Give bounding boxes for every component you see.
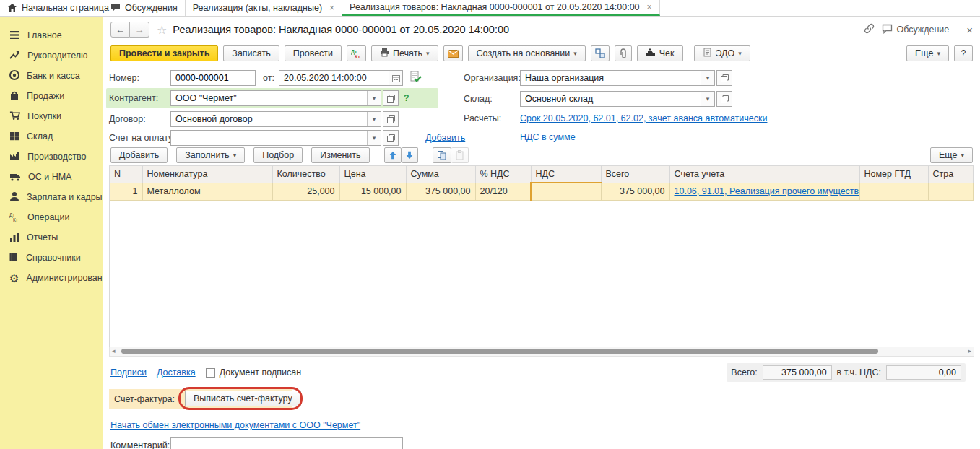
discussion-icon xyxy=(882,24,893,36)
chevron-down-icon[interactable]: ▾ xyxy=(367,112,381,126)
add-row-button[interactable]: Добавить xyxy=(110,147,168,163)
start-edi-link[interactable]: Начать обмен электронными документами с … xyxy=(110,420,360,430)
settlements-link[interactable]: Срок 20.05.2020, 62.01, 62.02, зачет ава… xyxy=(520,113,767,123)
contragent-open-button[interactable] xyxy=(383,90,399,106)
sidebar-item-label: Зарплата и кадры xyxy=(27,192,103,202)
issue-invoice-button[interactable]: Выписать счет-фактуру xyxy=(185,391,301,406)
tab-discussions[interactable]: Обсуждения xyxy=(103,0,186,16)
edo-button[interactable]: ЭДО ▾ xyxy=(694,45,750,61)
cell-vat-focused[interactable] xyxy=(531,183,601,200)
cell-n[interactable]: 1 xyxy=(110,183,142,200)
move-down-button[interactable] xyxy=(402,147,418,163)
cell-vat-rate[interactable]: 20/120 xyxy=(475,183,531,200)
fill-button[interactable]: Заполнить ▾ xyxy=(176,147,245,163)
sidebar-item-administration[interactable]: ⚙ Администрирование xyxy=(0,268,103,288)
cell-price[interactable]: 15 000,00 xyxy=(339,183,406,200)
tab-close-icon[interactable]: × xyxy=(647,2,652,12)
accounts-link[interactable]: 10.06, 91.01, Реализация прочего имущест… xyxy=(675,186,860,196)
cell-accounts[interactable]: 10.06, 91.01, Реализация прочего имущест… xyxy=(669,183,859,200)
sidebar-item-sales[interactable]: Продажи xyxy=(0,86,103,106)
contragent-hint[interactable]: ? xyxy=(404,93,409,103)
delivery-link[interactable]: Доставка xyxy=(157,367,196,378)
contract-field[interactable]: Основной договор ▾ xyxy=(170,111,381,127)
sidebar-item-warehouse[interactable]: Склад xyxy=(0,126,103,147)
chevron-down-icon[interactable]: ▾ xyxy=(701,92,714,106)
post-button[interactable]: Провести xyxy=(285,45,342,61)
add-link[interactable]: Добавить xyxy=(425,133,465,143)
tab-home[interactable]: Начальная страница xyxy=(0,0,103,16)
cell-gtd[interactable] xyxy=(859,183,928,200)
document-check-icon[interactable] xyxy=(409,71,422,85)
sidebar-item-directories[interactable]: Справочники xyxy=(0,248,103,268)
horizontal-scrollbar[interactable]: ◂ ▸ xyxy=(109,347,974,357)
comment-input[interactable] xyxy=(170,437,403,449)
warehouse-field[interactable]: Основной склад ▾ xyxy=(520,91,715,107)
sidebar-item-bank-cash[interactable]: Банк и касса xyxy=(0,66,103,86)
move-up-button[interactable] xyxy=(384,147,402,163)
vat-mode-link[interactable]: НДС в сумме xyxy=(520,132,576,142)
comment-label: Комментарий: xyxy=(110,440,170,449)
chevron-down-icon[interactable]: ▾ xyxy=(367,91,381,105)
payment-invoice-open-button[interactable] xyxy=(383,130,399,146)
cell-country[interactable] xyxy=(928,183,974,200)
cell-total[interactable]: 375 000,00 xyxy=(601,183,669,200)
forward-button[interactable]: → xyxy=(130,22,149,38)
checkbox-icon[interactable] xyxy=(206,368,215,378)
receipt-button[interactable]: Чек xyxy=(637,45,683,61)
related-documents-button[interactable] xyxy=(591,45,610,61)
save-button[interactable]: Записать xyxy=(223,45,279,61)
table-row[interactable]: 1 Металлолом 25,000 15 000,00 375 000,00… xyxy=(110,183,974,200)
tab-sales-document[interactable]: Реализация товаров: Накладная 0000-00000… xyxy=(342,0,659,16)
sidebar-item-production[interactable]: Производство xyxy=(0,147,103,167)
email-button[interactable] xyxy=(443,45,463,61)
copy-icon[interactable] xyxy=(433,147,451,163)
number-input[interactable] xyxy=(170,70,256,86)
scrollbar-thumb[interactable] xyxy=(121,349,878,354)
link-icon[interactable] xyxy=(864,23,875,36)
sidebar-item-reports[interactable]: Отчеты xyxy=(0,227,103,248)
tab-close-icon[interactable]: × xyxy=(329,3,334,13)
calendar-icon[interactable] xyxy=(389,71,402,85)
more-button[interactable]: Еще ▾ xyxy=(906,45,949,61)
close-icon[interactable]: × xyxy=(966,24,973,36)
cell-amount[interactable]: 375 000,00 xyxy=(406,183,475,200)
document-signed-checkbox[interactable]: Документ подписан xyxy=(206,367,302,378)
pick-button[interactable]: Подбор xyxy=(253,147,303,163)
tab-sales-list[interactable]: Реализация (акты, накладные) × xyxy=(186,0,342,16)
help-button[interactable]: ? xyxy=(954,45,973,61)
cell-nomenclature[interactable]: Металлолом xyxy=(142,183,272,200)
paste-icon[interactable] xyxy=(451,147,469,163)
payment-invoice-field[interactable]: ▾ xyxy=(170,130,381,146)
warehouse-open-button[interactable] xyxy=(716,91,732,107)
chevron-down-icon[interactable]: ▾ xyxy=(367,131,381,145)
contract-open-button[interactable] xyxy=(383,111,399,127)
signatures-link[interactable]: Подписи xyxy=(110,367,147,378)
sidebar-item-fixed-assets[interactable]: ОС и НМА xyxy=(0,167,103,187)
edit-button[interactable]: Изменить xyxy=(311,147,369,163)
organization-field[interactable]: Наша организация ▾ xyxy=(520,70,715,86)
cell-quantity[interactable]: 25,000 xyxy=(272,183,339,200)
sidebar-item-salary-hr[interactable]: Зарплата и кадры xyxy=(0,187,103,207)
scroll-left-icon[interactable]: ◂ xyxy=(112,347,116,355)
contragent-field[interactable]: ООО "Чермет" ▾ xyxy=(170,90,381,106)
create-based-on-button[interactable]: Создать на основании ▾ xyxy=(468,45,586,61)
date-field[interactable]: 20.05.2020 14:00:00 xyxy=(279,70,403,86)
sidebar-item-purchases[interactable]: Покупки xyxy=(0,106,103,126)
attachments-button[interactable] xyxy=(615,45,632,61)
sidebar-item-label: Администрирование xyxy=(26,273,112,283)
favorite-star-icon[interactable]: ☆ xyxy=(157,23,167,37)
post-and-close-button[interactable]: Провести и закрыть xyxy=(110,45,218,61)
dtkt-postings-button[interactable]: ДтКт xyxy=(347,45,366,61)
back-button[interactable]: ← xyxy=(110,22,130,38)
scroll-right-icon[interactable]: ▸ xyxy=(968,347,971,355)
sidebar-item-main[interactable]: Главное xyxy=(0,25,103,45)
items-more-button[interactable]: Еще ▾ xyxy=(930,147,973,163)
print-button[interactable]: Печать ▾ xyxy=(371,45,438,61)
more-label: Еще xyxy=(915,48,933,58)
organization-open-button[interactable] xyxy=(716,70,732,86)
contragent-label: Контрагент: xyxy=(109,93,158,103)
discussion-button[interactable]: Обсуждение xyxy=(882,24,949,36)
chevron-down-icon[interactable]: ▾ xyxy=(701,71,714,85)
sidebar-item-manager[interactable]: Руководителю xyxy=(0,45,103,66)
sidebar-item-operations[interactable]: ДтКт Операции xyxy=(0,207,103,227)
